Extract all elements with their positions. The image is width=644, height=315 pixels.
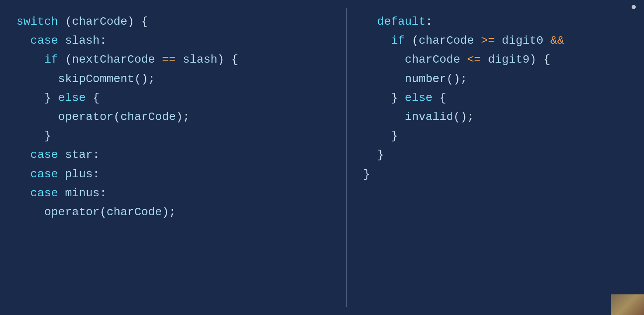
code-token-plain: } (44, 129, 51, 142)
code-line: } (363, 127, 628, 146)
code-token-op: == (162, 53, 176, 66)
code-token-id: slash (65, 34, 100, 47)
code-token-plain: ( (58, 53, 72, 66)
code-token-kw: switch (16, 15, 58, 28)
code-token-id: digit9 (488, 53, 529, 66)
code-token-kw: if (44, 53, 58, 66)
code-line: case star: (16, 146, 330, 165)
code-token-plain: : (100, 34, 107, 47)
code-token-plain: { (86, 92, 100, 104)
code-token-plain (155, 53, 162, 66)
code-token-plain: { (432, 92, 447, 104)
code-token-op: && (550, 34, 564, 47)
code-line: default: (363, 12, 628, 31)
code-token-id: charCode (72, 15, 127, 28)
code-line: case minus: (16, 184, 330, 203)
code-token-plain: : (93, 168, 100, 181)
code-token-plain (543, 34, 550, 47)
code-token-fn: invalid (405, 110, 454, 123)
code-token-id: charCode (120, 110, 176, 123)
code-token-kw: default (377, 15, 426, 28)
code-token-kw: else (405, 92, 432, 104)
code-token-plain: ) { (127, 15, 148, 28)
code-token-plain: (); (134, 73, 155, 85)
code-token-plain: ); (162, 206, 176, 219)
code-token-plain: ) { (529, 53, 550, 66)
code-token-plain (474, 34, 481, 47)
code-token-fn: number (405, 73, 447, 85)
code-token-plain: : (100, 187, 107, 200)
code-token-plain: ) { (217, 53, 238, 66)
code-token-plain (176, 53, 183, 66)
code-line: operator(charCode); (16, 203, 330, 222)
code-line: invalid(); (363, 108, 628, 127)
code-line: case slash: (16, 31, 330, 50)
code-token-plain: } (391, 92, 405, 104)
right-code-panel: default: if (charCode >= digit0 && charC… (347, 8, 644, 307)
code-token-plain (481, 53, 488, 66)
code-token-id: minus (65, 187, 100, 200)
code-token-plain: ( (405, 34, 419, 47)
code-token-plain: ( (100, 206, 107, 219)
code-line: } else { (16, 89, 330, 108)
code-token-id: digit0 (502, 34, 543, 47)
code-token-plain (495, 34, 502, 47)
code-line: operator(charCode); (16, 108, 330, 127)
code-line: charCode <= digit9) { (363, 50, 628, 69)
code-token-kw: case (31, 168, 58, 181)
code-token-fn: operator (58, 110, 113, 123)
code-token-fn: skipComment (58, 73, 134, 85)
code-line: } (16, 127, 330, 146)
code-token-id: slash (183, 53, 217, 66)
code-token-plain: ); (176, 110, 190, 123)
code-token-plain (460, 53, 467, 66)
code-editor: switch (charCode) { case slash: if (next… (0, 0, 644, 315)
code-token-kw: case (31, 187, 58, 200)
code-line: if (charCode >= digit0 && (363, 31, 628, 50)
thumbnail (611, 294, 644, 315)
left-code-panel: switch (charCode) { case slash: if (next… (0, 8, 346, 307)
code-token-plain: : (425, 15, 432, 28)
code-token-kw: if (391, 34, 405, 47)
code-token-id: charCode (106, 206, 162, 219)
code-token-id: nextCharCode (72, 53, 155, 66)
code-line: skipComment(); (16, 70, 330, 89)
code-token-id: plus (65, 168, 93, 181)
code-token-plain (58, 148, 65, 161)
code-token-plain: } (44, 92, 58, 104)
code-token-plain: : (93, 148, 100, 161)
code-line: case plus: (16, 165, 330, 184)
code-token-id: star (65, 148, 93, 161)
code-token-plain: ( (113, 110, 120, 123)
code-token-fn: operator (44, 206, 99, 219)
code-token-plain (58, 168, 65, 181)
code-token-plain: } (391, 129, 398, 142)
code-token-kw: case (31, 148, 58, 161)
code-line: } (363, 165, 628, 184)
code-token-kw: else (58, 92, 86, 104)
code-line: if (nextCharCode == slash) { (16, 50, 330, 69)
code-token-id: charCode (405, 53, 460, 66)
code-line: switch (charCode) { (16, 12, 330, 31)
code-token-plain: } (363, 168, 370, 181)
code-token-op: <= (467, 53, 481, 66)
code-line: } (363, 146, 628, 165)
code-token-plain: } (377, 148, 384, 161)
code-token-plain: (); (447, 73, 467, 85)
code-token-kw: case (31, 34, 58, 47)
code-token-plain (58, 34, 65, 47)
code-token-id: charCode (418, 34, 474, 47)
dot-indicator (632, 5, 636, 9)
code-line: } else { (363, 89, 628, 108)
code-line: number(); (363, 70, 628, 89)
code-token-plain: ( (58, 15, 72, 28)
code-token-op: >= (481, 34, 495, 47)
code-token-plain: (); (453, 110, 474, 123)
code-token-plain (58, 187, 65, 200)
